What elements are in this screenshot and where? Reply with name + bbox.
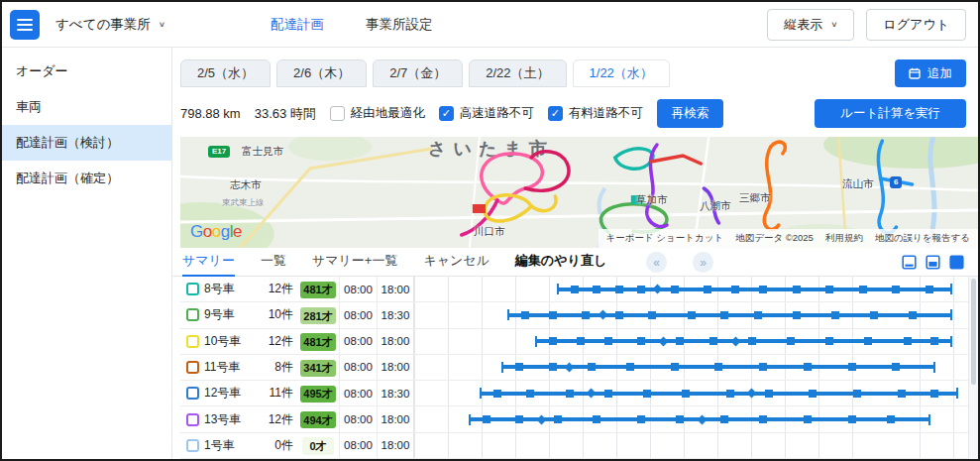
order-count: 8件 <box>256 359 297 376</box>
checkbox-no-toll[interactable]: 有料道路不可 <box>548 105 643 122</box>
run-route-calculation-button[interactable]: ルート計算を実行 <box>815 99 966 128</box>
gantt-track[interactable] <box>414 433 968 458</box>
volume-badge-cell: 341才 <box>297 358 339 377</box>
tab-delivery-plan[interactable]: 配達計画 <box>269 10 326 40</box>
date-tab[interactable]: 1/22（水） <box>573 59 670 87</box>
volume-badge: 0才 <box>302 437 334 454</box>
research-button[interactable]: 再検索 <box>657 99 724 128</box>
add-date-label: 追加 <box>927 65 952 82</box>
sidebar-item-vehicles[interactable]: 車両 <box>2 89 171 125</box>
redo-edit-button[interactable]: 編集のやり直し <box>515 252 606 277</box>
date-tab[interactable]: 2/5（水） <box>180 59 271 87</box>
logout-button[interactable]: ログアウト <box>866 9 966 41</box>
tab-summary-plus-list[interactable]: サマリー+一覧 <box>312 252 398 277</box>
office-selector[interactable]: すべての事業所 ∨ <box>50 12 171 38</box>
checkbox-icon <box>439 106 454 121</box>
report-map-error-link[interactable]: 地図の誤りを報告する <box>875 232 970 245</box>
summary-table-body: 8号車 12件 481才 08:00 18:00 9号車 10件 281才 08… <box>180 277 968 459</box>
vehicle-swatch-cell <box>180 361 204 374</box>
summary-table: 8号車 12件 481才 08:00 18:00 9号車 10件 281才 08… <box>180 277 978 459</box>
volume-badge-cell: 281才 <box>297 306 339 325</box>
map-data-label: 地図データ ©2025 <box>735 232 814 245</box>
date-tab[interactable]: 2/6（木） <box>276 59 367 87</box>
tab-summary[interactable]: サマリー <box>182 252 235 277</box>
vehicle-row[interactable]: 1号車 0件 0才 08:00 18:00 <box>180 433 968 459</box>
gantt-track[interactable] <box>414 329 968 354</box>
nav-back-button[interactable]: « <box>646 252 667 273</box>
vehicle-row[interactable]: 13号車 12件 494才 08:00 18:00 <box>180 406 968 432</box>
calendar-icon <box>909 67 921 79</box>
tab-list[interactable]: 一覧 <box>261 252 286 277</box>
date-tab[interactable]: 2/22（土） <box>469 59 566 87</box>
vehicle-color-swatch <box>186 308 199 321</box>
checkbox-label: 有料道路不可 <box>569 105 643 122</box>
volume-badge: 341才 <box>300 360 335 377</box>
vehicle-row[interactable]: 10号車 12件 481才 08:00 18:00 <box>180 329 968 355</box>
sidebar-item-orders[interactable]: オーダー <box>2 54 171 89</box>
sidebar-item-plan-draft[interactable]: 配達計画（検討） <box>2 125 171 161</box>
chevron-down-icon: ∨ <box>830 20 837 29</box>
vertical-scrollbar[interactable] <box>968 277 978 459</box>
checkbox-no-highway[interactable]: 高速道路不可 <box>439 105 534 122</box>
map-label-shiki: 志木市 <box>230 178 262 192</box>
vehicle-color-swatch <box>186 283 199 295</box>
road-badge-route6: 6 <box>890 176 902 188</box>
sidebar-item-plan-confirmed[interactable]: 配達計画（確定） <box>2 161 171 196</box>
vehicle-color-swatch <box>186 335 199 348</box>
date-tab-bar: 2/5（水） 2/6（木） 2/7（金） 2/22（土） 1/22（水） 追加 <box>172 48 978 95</box>
terms-link[interactable]: 利用規約 <box>825 232 863 245</box>
vehicle-swatch-cell <box>180 387 204 400</box>
route-controls: 798.88 km 33.63 時間 経由地最適化 高速道路不可 有料道路不可 … <box>172 95 978 137</box>
start-time: 08:00 <box>339 329 377 354</box>
vehicle-color-swatch <box>186 439 199 452</box>
menu-button[interactable] <box>10 10 40 40</box>
volume-badge-cell: 0才 <box>297 436 339 455</box>
gantt-track[interactable] <box>414 302 968 327</box>
top-nav: 配達計画 事業所設定 <box>269 10 435 40</box>
vertical-view-button[interactable]: 縦表示 ∨ <box>767 9 854 41</box>
vehicle-row[interactable]: 9号車 10件 281才 08:00 18:30 <box>180 302 968 328</box>
vehicle-swatch-cell <box>180 335 204 348</box>
map-canvas[interactable]: さいたま市 <box>180 137 978 248</box>
start-time: 08:00 <box>339 406 377 431</box>
add-date-button[interactable]: 追加 <box>895 59 966 87</box>
keyboard-shortcuts-link[interactable]: キーボード ショートカット <box>606 232 724 245</box>
chevron-down-icon: ∨ <box>159 20 165 29</box>
checkbox-optimize-waypoints[interactable]: 経由地最適化 <box>330 105 425 122</box>
gantt-track[interactable] <box>414 381 968 405</box>
gantt-track[interactable] <box>414 355 968 380</box>
vehicle-color-swatch <box>186 387 199 400</box>
checkbox-label: 経由地最適化 <box>351 105 425 122</box>
date-tab[interactable]: 2/7（金） <box>373 59 463 87</box>
hamburger-icon <box>17 24 33 26</box>
scrollbar-thumb[interactable] <box>971 279 976 385</box>
vehicle-name: 11号車 <box>204 359 256 376</box>
map-label-yashio: 八潮市 <box>700 199 731 213</box>
hamburger-icon <box>17 29 33 31</box>
vehicle-swatch-cell <box>180 439 204 452</box>
vehicle-name: 13号車 <box>204 411 256 428</box>
volume-badge-cell: 481才 <box>297 280 339 298</box>
end-time: 18:30 <box>377 381 414 405</box>
vehicle-row[interactable]: 8号車 12件 481才 08:00 18:00 <box>180 277 968 302</box>
volume-badge-cell: 494才 <box>297 410 339 429</box>
tab-office-settings[interactable]: 事業所設定 <box>364 10 435 40</box>
panel-medium-icon[interactable] <box>926 255 940 270</box>
vehicle-row[interactable]: 11号車 8件 341才 08:00 18:00 <box>180 355 968 381</box>
nav-forward-button[interactable]: » <box>693 252 713 273</box>
total-distance: 798.88 km <box>180 106 241 121</box>
hamburger-icon <box>17 19 33 21</box>
panel-large-icon[interactable] <box>949 255 964 270</box>
gantt-track[interactable] <box>414 406 968 431</box>
panel-small-icon[interactable] <box>902 255 917 270</box>
map-label-misato: 三郷市 <box>739 191 771 205</box>
volume-badge-cell: 481才 <box>297 332 339 351</box>
top-bar: すべての事業所 ∨ 配達計画 事業所設定 縦表示 ∨ ログアウト <box>2 2 978 48</box>
gantt-track[interactable] <box>414 277 968 301</box>
vehicle-row[interactable]: 12号車 11件 495才 08:00 18:30 <box>180 381 968 406</box>
checkbox-label: 高速道路不可 <box>460 105 534 122</box>
cancel-button[interactable]: キャンセル <box>423 252 490 277</box>
map-label-tobu-line: 東武東上線 <box>222 197 265 209</box>
volume-badge-cell: 495才 <box>297 384 339 403</box>
checkbox-icon <box>330 106 345 121</box>
